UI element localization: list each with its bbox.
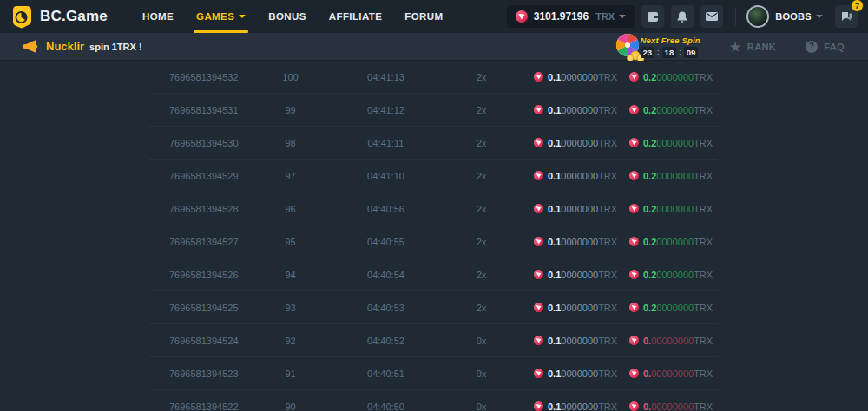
- profit-amount: 0.20000000: [643, 270, 694, 280]
- profit-currency: TRX: [694, 336, 713, 346]
- bet-id: 7696581394532: [149, 72, 245, 82]
- bet-time: 04:40:56: [336, 204, 436, 214]
- countdown-minutes: 18: [662, 47, 677, 58]
- bet-multiplier: 2x: [436, 72, 527, 82]
- nav-link-affiliate[interactable]: AFFILIATE: [318, 0, 394, 33]
- countdown-separator: :: [657, 48, 660, 56]
- trx-coin-icon: [534, 270, 543, 279]
- bet-id: 7696581394526: [149, 270, 245, 280]
- profit-amount: 0.20000000: [643, 303, 694, 313]
- navbar-right: 3101.97196 TRX: [507, 5, 868, 28]
- bet-amount: 0.10000000: [548, 171, 598, 181]
- round-number: 96: [245, 204, 336, 214]
- trx-coin-icon: [534, 401, 543, 411]
- profit-cell: 0.20000000 TRX: [618, 237, 718, 247]
- trx-coin-icon: [629, 237, 639, 246]
- free-spin-promo[interactable]: Next Free Spin 23 : 18 : 09: [615, 33, 700, 61]
- bet-amount: 0.10000000: [548, 105, 598, 115]
- nav-link-games[interactable]: GAMES: [185, 0, 257, 33]
- wallet-button[interactable]: [641, 5, 664, 28]
- bet-row[interactable]: 7696581394532 100 04:41:13 2x 0.10000000…: [149, 61, 718, 94]
- profit-amount: 0.20000000: [643, 204, 694, 214]
- user-name: BOOBS: [775, 11, 812, 22]
- chat-toggle-button[interactable]: 7: [835, 5, 858, 28]
- question-mark-icon: ?: [806, 41, 818, 53]
- bet-multiplier: 0x: [436, 369, 527, 379]
- bet-currency: TRX: [598, 171, 617, 181]
- divider: [735, 8, 736, 25]
- trx-coin-icon: [516, 10, 528, 23]
- announcement-message: spin 1TRX !: [89, 42, 142, 52]
- nav-link-home[interactable]: HOME: [131, 0, 185, 33]
- user-menu[interactable]: BOOBS: [746, 5, 823, 28]
- chat-notification-badge: 7: [851, 0, 864, 12]
- announcement-link[interactable]: Nucklir spin 1TRX !: [23, 40, 142, 53]
- chevron-down-icon: [619, 15, 626, 18]
- profit-cell: 0.20000000 TRX: [618, 171, 718, 181]
- round-number: 91: [245, 369, 336, 379]
- bet-id: 7696581394529: [149, 171, 245, 181]
- profit-currency: TRX: [694, 105, 713, 115]
- countdown-hours: 23: [641, 47, 655, 58]
- bet-row[interactable]: 7696581394522 90 04:40:50 0x 0.10000000 …: [149, 390, 718, 411]
- notifications-button[interactable]: [671, 5, 694, 28]
- trx-coin-icon: [629, 204, 639, 213]
- announcement-right: Next Free Spin 23 : 18 : 09 ★ RANK ? FAQ: [615, 33, 868, 61]
- bet-row[interactable]: 7696581394530 98 04:41:11 2x 0.10000000 …: [149, 127, 718, 160]
- bet-id: 7696581394524: [149, 336, 245, 346]
- bet-currency: TRX: [598, 105, 617, 115]
- profit-currency: TRX: [694, 72, 713, 82]
- bet-time: 04:40:53: [336, 303, 436, 313]
- free-spin-countdown: 23 : 18 : 09: [641, 47, 699, 58]
- promo-text: Next Free Spin 23 : 18 : 09: [641, 36, 700, 58]
- bet-row[interactable]: 7696581394529 97 04:41:10 2x 0.10000000 …: [149, 160, 718, 192]
- bet-time: 04:41:12: [336, 105, 436, 115]
- active-tab-underline: [194, 30, 248, 33]
- trx-coin-icon: [534, 72, 543, 82]
- bet-amount-cell: 0.10000000 TRX: [527, 237, 618, 247]
- nav-link-bonus[interactable]: BONUS: [257, 0, 318, 33]
- bet-row[interactable]: 7696581394524 92 04:40:52 0x 0.10000000 …: [149, 324, 718, 357]
- bet-time: 04:40:52: [336, 336, 436, 346]
- bet-multiplier: 0x: [436, 401, 527, 411]
- profit-cell: 0.20000000 TRX: [618, 303, 718, 313]
- bet-currency: TRX: [598, 336, 617, 346]
- balance-amount: 3101.97196: [534, 10, 589, 23]
- trx-coin-icon: [534, 204, 543, 213]
- bet-amount-cell: 0.10000000 TRX: [527, 336, 618, 346]
- bet-multiplier: 2x: [436, 138, 527, 148]
- bet-time: 04:41:13: [336, 72, 436, 82]
- bet-row[interactable]: 7696581394525 93 04:40:53 2x 0.10000000 …: [149, 291, 718, 324]
- nav-link-forum[interactable]: FORUM: [393, 0, 454, 33]
- messages-button[interactable]: [700, 5, 723, 28]
- bet-multiplier: 2x: [436, 237, 527, 247]
- bet-multiplier: 0x: [436, 336, 527, 346]
- profit-amount: 0.20000000: [643, 72, 694, 82]
- faq-link[interactable]: ? FAQ: [806, 41, 845, 53]
- megaphone-icon: [23, 40, 38, 53]
- chat-icon: [841, 11, 852, 22]
- countdown-seconds: 09: [684, 47, 699, 58]
- bet-amount: 0.10000000: [548, 138, 598, 148]
- promo-label: Next Free Spin: [641, 36, 700, 45]
- bet-amount: 0.10000000: [548, 369, 598, 379]
- bet-currency: TRX: [598, 204, 617, 214]
- profit-currency: TRX: [694, 303, 713, 313]
- round-number: 90: [245, 401, 336, 411]
- bet-row[interactable]: 7696581394531 99 04:41:12 2x 0.10000000 …: [149, 94, 718, 127]
- trx-coin-icon: [534, 336, 543, 345]
- bet-amount-cell: 0.10000000 TRX: [527, 204, 618, 214]
- bet-row[interactable]: 7696581394526 94 04:40:54 2x 0.10000000 …: [149, 258, 718, 291]
- balance-selector[interactable]: 3101.97196 TRX: [507, 5, 635, 28]
- brand-logo[interactable]: BC.Game: [11, 5, 108, 29]
- profit-amount: 0.00000000: [643, 336, 694, 346]
- rank-link[interactable]: ★ RANK: [730, 41, 776, 53]
- bet-row[interactable]: 7696581394523 91 04:40:51 0x 0.10000000 …: [149, 357, 718, 390]
- bet-multiplier: 2x: [436, 105, 527, 115]
- trx-coin-icon: [629, 336, 639, 345]
- bet-row[interactable]: 7696581394528 96 04:40:56 2x 0.10000000 …: [149, 192, 718, 225]
- bet-time: 04:40:54: [336, 270, 436, 280]
- bet-row[interactable]: 7696581394527 95 04:40:55 2x 0.10000000 …: [149, 225, 718, 258]
- bet-currency: TRX: [598, 237, 617, 247]
- envelope-icon: [706, 12, 718, 21]
